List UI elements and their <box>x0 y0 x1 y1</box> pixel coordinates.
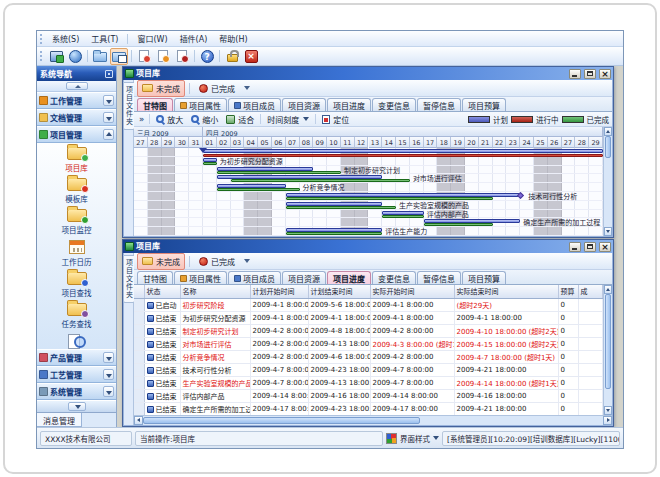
scroll-up-arrow[interactable] <box>604 285 612 294</box>
sidebar-group-toggle[interactable] <box>103 386 114 397</box>
table-row[interactable]: 已启动初步研究阶段2009-4-1 8:00:002009-5-6 18:00:… <box>134 298 603 311</box>
sidebar-item-project-search[interactable]: 项目查找 <box>37 270 116 301</box>
task-actual-bar[interactable] <box>286 206 396 209</box>
project-folder-tab[interactable]: 项目文件夹 <box>123 255 135 303</box>
close-button[interactable] <box>599 242 611 252</box>
minimize-button[interactable] <box>569 69 581 79</box>
column-header[interactable]: 状态 <box>144 285 180 298</box>
collapse-up-button[interactable] <box>66 82 88 90</box>
sidebar-group-toggle[interactable] <box>103 129 114 140</box>
tab-pauses[interactable]: 暂停信息 <box>417 271 461 284</box>
scroll-down-arrow[interactable] <box>604 406 612 415</box>
more-filters-button[interactable] <box>242 256 252 266</box>
zoom-out-button[interactable]: 缩小 <box>188 113 221 126</box>
sidebar-item-template-library[interactable]: 模板库 <box>37 176 116 207</box>
task-actual-bar[interactable] <box>286 197 493 200</box>
task-actual-bar[interactable] <box>217 171 341 174</box>
sidebar-item-work-calendar[interactable]: 工作日历 <box>37 238 116 270</box>
column-header[interactable]: 名称 <box>180 285 250 298</box>
summary-progress-bar[interactable] <box>203 154 603 157</box>
menu-item-0[interactable]: 系统(S) <box>46 31 85 46</box>
tab-gantt[interactable]: 甘特图 <box>137 271 173 284</box>
task-actual-bar[interactable] <box>217 188 300 191</box>
table-row[interactable]: 已结束确定生产所需的加工过程2009-4-17 8:00:002009-4-23… <box>134 402 603 415</box>
scroll-thumb[interactable] <box>605 136 611 158</box>
sidebar-group-toggle[interactable] <box>103 369 114 380</box>
tab-budget[interactable]: 项目预算 <box>462 271 506 284</box>
sidebar-group-toggle[interactable] <box>103 112 114 123</box>
report-red-icon[interactable] <box>135 48 153 65</box>
tab-progress[interactable]: 项目进度 <box>327 271 371 284</box>
project-explorer-icon[interactable] <box>110 48 128 65</box>
table-row[interactable]: 已结束制定初步研究计划2009-4-2 8:00:002009-4-8 18:0… <box>134 324 603 337</box>
table-window-titlebar[interactable]: 项目库 <box>123 240 613 253</box>
column-header[interactable]: 实际开始时间 <box>370 285 454 298</box>
zoom-in-button[interactable]: 放大 <box>153 113 186 126</box>
column-header[interactable]: 计划开始时间 <box>250 285 308 298</box>
scroll-down-arrow[interactable] <box>604 227 612 236</box>
report-orange-icon[interactable] <box>154 48 172 65</box>
table-row[interactable]: 已结束对市场进行评估2009-4-2 8:00:002009-4-13 18:0… <box>134 337 603 350</box>
menu-item-1[interactable]: 工具(T) <box>85 31 124 46</box>
column-header[interactable] <box>134 285 144 298</box>
workstation-icon[interactable] <box>47 48 65 65</box>
close-button[interactable] <box>599 69 611 79</box>
more-filters-button[interactable] <box>242 83 252 93</box>
sidebar-item-project-doc-search[interactable]: 项目文档查找 <box>37 332 116 349</box>
table-horizontal-scrollbar[interactable] <box>134 415 612 425</box>
scroll-thumb[interactable] <box>605 294 611 389</box>
locate-button[interactable]: 定位 <box>319 113 352 126</box>
tab-resources[interactable]: 项目资源 <box>282 98 326 111</box>
column-header[interactable]: 计划结束时间 <box>308 285 370 298</box>
sidebar-group-toggle[interactable] <box>103 352 114 363</box>
tab-members[interactable]: 项目成员 <box>228 271 281 284</box>
project-folder-tab[interactable]: 项目文件夹 <box>123 82 135 130</box>
maximize-button[interactable] <box>584 242 596 252</box>
scroll-thumb[interactable] <box>143 417 420 424</box>
summary-plan-bar[interactable] <box>203 149 603 153</box>
table-row[interactable]: 已结束技术可行性分析2009-4-7 8:00:002009-4-23 18:0… <box>134 363 603 376</box>
table-vertical-scrollbar[interactable] <box>603 285 612 415</box>
tab-message-management[interactable]: 消息管理 <box>37 413 82 427</box>
more-groups-button[interactable] <box>68 402 86 411</box>
task-actual-bar[interactable] <box>231 179 410 182</box>
menu-item-3[interactable]: 窗口(W) <box>131 31 173 46</box>
interface-style-dropdown[interactable]: 界面样式 <box>400 433 439 444</box>
task-actual-bar[interactable] <box>203 162 217 165</box>
menu-item-4[interactable]: 插件(A) <box>174 31 214 46</box>
web-icon[interactable] <box>66 48 84 65</box>
task-actual-bar[interactable] <box>286 232 383 235</box>
report-delete-icon[interactable] <box>173 48 191 65</box>
tab-properties[interactable]: 项目属性 <box>174 98 227 111</box>
sidebar-group-document[interactable]: 文档管理 <box>37 109 116 126</box>
sidebar-group-project[interactable]: 项目管理 <box>37 126 116 143</box>
sidebar-item-project-library[interactable]: 项目库 <box>37 145 116 176</box>
tab-changes[interactable]: 变更信息 <box>372 98 416 111</box>
task-actual-bar[interactable] <box>382 215 423 218</box>
table-row[interactable]: 已结束评估内部产品2009-4-14 8:00:002009-4-16 18:0… <box>134 389 603 402</box>
fit-button[interactable]: 适合 <box>223 113 257 126</box>
scroll-up-arrow[interactable] <box>604 127 612 136</box>
tab-pauses[interactable]: 暂停信息 <box>417 98 461 111</box>
scroll-track[interactable] <box>604 158 612 227</box>
menu-item-5[interactable]: 帮助(H) <box>213 31 253 46</box>
sidebar-group-product[interactable]: 产品管理 <box>37 349 116 366</box>
tab-properties[interactable]: 项目属性 <box>174 271 227 284</box>
pin-icon[interactable] <box>105 70 113 78</box>
filter-unfinished-button[interactable]: 未完成 <box>137 253 185 270</box>
table-row[interactable]: 已结束分析竞争情况2009-4-2 8:00:002009-4-6 18:00:… <box>134 350 603 363</box>
table-row[interactable]: 已结束为初步研究分配资源2009-4-1 8:00:002009-4-1 18:… <box>134 311 603 324</box>
tab-budget[interactable]: 项目预算 <box>462 98 506 111</box>
task-plan-bar[interactable] <box>217 167 314 171</box>
sidebar-group-work[interactable]: 工作管理 <box>37 92 116 109</box>
tab-progress[interactable]: 项目进度 <box>327 98 371 111</box>
tab-resources[interactable]: 项目资源 <box>282 271 326 284</box>
column-header[interactable]: 实际结束时间 <box>454 285 558 298</box>
tab-gantt[interactable]: 甘特图 <box>137 98 173 111</box>
lock-icon[interactable] <box>223 48 241 65</box>
scroll-track[interactable] <box>420 416 603 425</box>
task-plan-bar[interactable] <box>382 211 423 215</box>
gantt-vertical-scrollbar[interactable] <box>603 127 612 236</box>
maximize-button[interactable] <box>584 69 596 79</box>
filter-finished-button[interactable]: 已完成 <box>194 253 240 270</box>
